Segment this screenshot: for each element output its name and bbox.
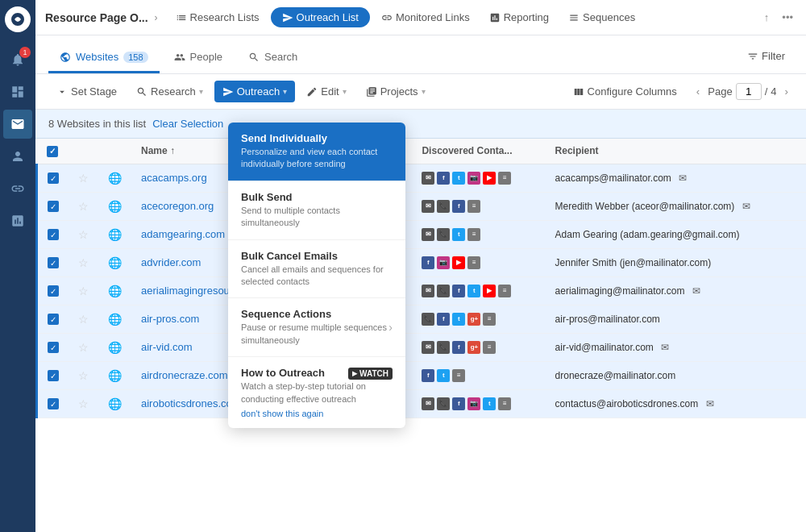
link-social-icon: ≡ xyxy=(498,172,511,185)
star-icon-4[interactable]: ☆ xyxy=(78,285,89,297)
link-social-icon: ≡ xyxy=(467,200,480,213)
col-contacts[interactable]: Discovered Conta... xyxy=(412,139,545,164)
edit-icon xyxy=(306,86,318,98)
upload-icon[interactable]: ↑ xyxy=(761,8,773,27)
star-1[interactable]: ☆ xyxy=(69,192,98,220)
row-checkbox-8[interactable]: ✓ xyxy=(37,389,69,418)
row-checkbox-0[interactable]: ✓ xyxy=(37,164,69,192)
yt-social-icon: ▶ xyxy=(452,256,465,269)
dropdown-item-0[interactable]: Send Individually Personalize and view e… xyxy=(228,123,405,181)
outreach-icon[interactable] xyxy=(3,110,32,139)
analytics-icon[interactable] xyxy=(3,206,32,235)
tab-people[interactable]: People xyxy=(163,41,234,73)
fb-social-icon: f xyxy=(452,341,465,354)
fb-social-icon: f xyxy=(422,256,434,269)
more-icon[interactable]: ••• xyxy=(779,8,796,27)
select-all-checkbox[interactable]: ✓ xyxy=(47,146,58,157)
set-stage-btn[interactable]: Set Stage xyxy=(48,81,125,102)
star-icon-8[interactable]: ☆ xyxy=(78,397,89,410)
prev-page-btn[interactable]: ‹ xyxy=(692,84,704,99)
nav-monitored-links[interactable]: Monitored Links xyxy=(373,6,478,28)
star-2[interactable]: ☆ xyxy=(69,220,98,248)
checkbox-4[interactable]: ✓ xyxy=(48,285,59,297)
links-icon[interactable] xyxy=(3,174,32,203)
domain-8[interactable]: airoboticsdrones.com xyxy=(141,397,241,409)
dropdown-item-desc-1: Send to multiple contacts simultaneously xyxy=(241,205,393,230)
domain-6[interactable]: air-vid.com xyxy=(141,341,193,353)
research-btn[interactable]: Research ▾ xyxy=(128,81,211,102)
star-4[interactable]: ☆ xyxy=(69,276,98,305)
star-5[interactable]: ☆ xyxy=(69,305,98,333)
domain-2[interactable]: adamgearing.com xyxy=(141,228,225,240)
checkbox-8[interactable]: ✓ xyxy=(48,398,59,409)
outreach-btn[interactable]: Outreach ▾ xyxy=(214,81,295,102)
project-title: Resource Page O... xyxy=(45,11,148,24)
domain-7[interactable]: airdronecraze.com xyxy=(141,369,228,381)
star-3[interactable]: ☆ xyxy=(69,248,98,276)
globe-0: 🌐 xyxy=(98,164,131,192)
bell-icon[interactable]: 1 xyxy=(3,45,32,74)
row-checkbox-5[interactable]: ✓ xyxy=(37,305,69,333)
dropdown-item-1[interactable]: Bulk Send Send to multiple contacts simu… xyxy=(228,181,405,240)
app-logo[interactable] xyxy=(5,6,31,32)
fb-social-icon: f xyxy=(437,313,450,326)
dont-show-link-4[interactable]: don't show this again xyxy=(241,409,393,418)
tab-search[interactable]: Search xyxy=(237,41,309,73)
checkbox-7[interactable]: ✓ xyxy=(48,370,59,381)
filter-icon xyxy=(747,51,758,62)
checkbox-1[interactable]: ✓ xyxy=(48,201,59,212)
star-icon-7[interactable]: ☆ xyxy=(78,369,89,382)
recipient-cell-0: acacamps@mailinator.com ✉ xyxy=(546,164,806,192)
list-icon xyxy=(176,12,187,23)
dropdown-item-3[interactable]: Sequence Actions Pause or resume multipl… xyxy=(228,298,405,357)
social-cell-1: ✉📞f≡ xyxy=(412,192,545,220)
star-icon-3[interactable]: ☆ xyxy=(78,256,89,269)
nav-research-lists[interactable]: Research Lists xyxy=(168,6,268,28)
star-icon-2[interactable]: ☆ xyxy=(78,228,89,241)
nav-reporting[interactable]: Reporting xyxy=(481,6,557,28)
clear-selection-btn[interactable]: Clear Selection xyxy=(152,118,223,130)
star-icon-1[interactable]: ☆ xyxy=(78,200,89,213)
star-6[interactable]: ☆ xyxy=(69,333,98,361)
star-icon-0[interactable]: ☆ xyxy=(78,172,89,185)
domain-4[interactable]: aerialimagingresour... xyxy=(141,285,241,297)
star-icon-5[interactable]: ☆ xyxy=(78,313,89,326)
domain-0[interactable]: acacamps.org xyxy=(141,172,207,184)
dashboard-icon[interactable] xyxy=(3,77,32,106)
configure-columns-btn[interactable]: Configure Columns xyxy=(565,81,685,102)
nav-sequences[interactable]: Sequences xyxy=(560,6,643,28)
reply-icon-6: ✉ xyxy=(661,342,669,353)
checkbox-0[interactable]: ✓ xyxy=(48,172,59,184)
row-checkbox-7[interactable]: ✓ xyxy=(37,361,69,389)
row-checkbox-1[interactable]: ✓ xyxy=(37,192,69,220)
next-page-btn[interactable]: › xyxy=(780,84,793,99)
domain-5[interactable]: air-pros.com xyxy=(141,313,199,325)
checkbox-6[interactable]: ✓ xyxy=(48,342,59,353)
checkbox-3[interactable]: ✓ xyxy=(48,257,59,268)
row-checkbox-6[interactable]: ✓ xyxy=(37,333,69,361)
checkbox-2[interactable]: ✓ xyxy=(48,229,59,240)
tab-websites[interactable]: Websites 158 xyxy=(48,41,160,73)
contacts-icon[interactable] xyxy=(3,142,32,171)
nav-outreach-list[interactable]: Outreach List xyxy=(271,7,370,27)
page-input[interactable] xyxy=(736,83,762,100)
globe-icon-8: 🌐 xyxy=(108,397,122,410)
row-checkbox-4[interactable]: ✓ xyxy=(37,276,69,305)
subnav: Websites 158 People Search Filter xyxy=(35,35,806,74)
col-recipient[interactable]: Recipient xyxy=(546,139,806,164)
row-checkbox-3[interactable]: ✓ xyxy=(37,248,69,276)
domain-1[interactable]: acecoregon.org xyxy=(141,200,214,212)
dropdown-item-4[interactable]: How to Outreach WATCH Watch a step-by-st… xyxy=(228,357,405,428)
row-checkbox-2[interactable]: ✓ xyxy=(37,220,69,248)
filter-btn[interactable]: Filter xyxy=(739,45,793,67)
dropdown-item-2[interactable]: Bulk Cancel Emails Cancel all emails and… xyxy=(228,240,405,299)
edit-btn[interactable]: Edit ▾ xyxy=(298,81,354,102)
link-social-icon: ≡ xyxy=(498,285,511,297)
star-7[interactable]: ☆ xyxy=(69,361,98,389)
star-8[interactable]: ☆ xyxy=(69,389,98,418)
star-icon-6[interactable]: ☆ xyxy=(78,341,89,354)
projects-btn[interactable]: Projects ▾ xyxy=(358,81,434,102)
star-0[interactable]: ☆ xyxy=(69,164,98,192)
checkbox-5[interactable]: ✓ xyxy=(48,314,59,325)
domain-3[interactable]: advrider.com xyxy=(141,256,201,268)
